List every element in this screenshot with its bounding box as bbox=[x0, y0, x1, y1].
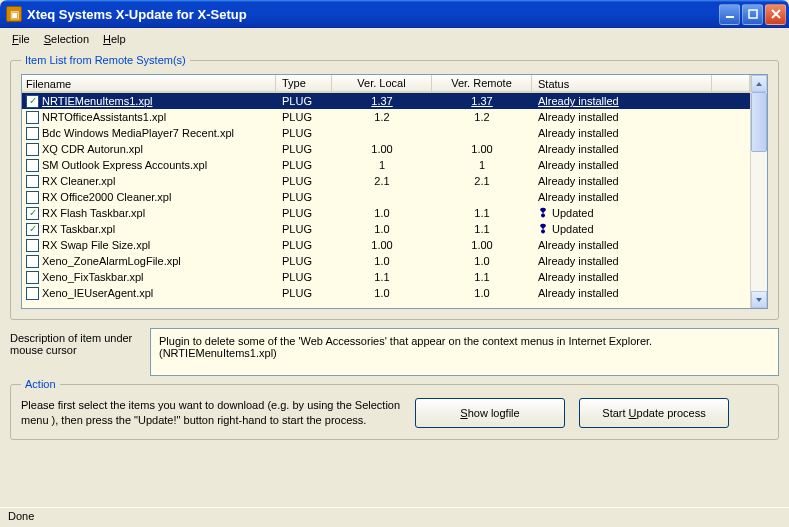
item-list-group: Item List from Remote System(s) Filename… bbox=[10, 54, 779, 320]
cell-type: PLUG bbox=[276, 111, 332, 123]
cell-ver-remote: 1.1 bbox=[432, 207, 532, 219]
cell-type: PLUG bbox=[276, 191, 332, 203]
row-checkbox[interactable] bbox=[26, 191, 39, 204]
cell-ver-remote: 1.1 bbox=[432, 271, 532, 283]
row-checkbox[interactable] bbox=[26, 255, 39, 268]
start-update-button[interactable]: Start Update process bbox=[579, 398, 729, 428]
cell-ver-remote: 1.0 bbox=[432, 255, 532, 267]
list-header: Filename Type Ver. Local Ver. Remote Sta… bbox=[22, 75, 750, 93]
menu-file[interactable]: File bbox=[6, 31, 36, 47]
table-row[interactable]: NRTOfficeAssistants1.xplPLUG1.21.2Alread… bbox=[22, 109, 750, 125]
action-group: Action Please first select the items you… bbox=[10, 378, 779, 440]
menu-selection[interactable]: Selection bbox=[38, 31, 95, 47]
cell-ver-remote: 1.2 bbox=[432, 111, 532, 123]
cell-filename: NRTOfficeAssistants1.xpl bbox=[22, 111, 276, 124]
cell-type: PLUG bbox=[276, 223, 332, 235]
table-row[interactable]: RX Cleaner.xplPLUG2.12.1Already installe… bbox=[22, 173, 750, 189]
column-header-filename[interactable]: Filename bbox=[22, 75, 276, 92]
row-checkbox[interactable]: ✓ bbox=[26, 207, 39, 220]
cell-ver-local: 1.0 bbox=[332, 223, 432, 235]
close-button[interactable] bbox=[765, 4, 786, 25]
cell-type: PLUG bbox=[276, 271, 332, 283]
scroll-up-button[interactable] bbox=[751, 75, 767, 92]
column-header-extra[interactable] bbox=[712, 75, 750, 92]
row-checkbox[interactable] bbox=[26, 159, 39, 172]
action-row: Please first select the items you want t… bbox=[21, 398, 768, 429]
column-header-status[interactable]: Status bbox=[532, 75, 712, 92]
show-logfile-button[interactable]: Show logfile bbox=[415, 398, 565, 428]
filename-label: XQ CDR Autorun.xpl bbox=[42, 143, 143, 155]
status-label: Already installed bbox=[538, 159, 619, 171]
start-update-rest: pdate process bbox=[637, 407, 706, 419]
status-label: Already installed bbox=[538, 111, 619, 123]
status-label: Updated bbox=[552, 207, 594, 219]
column-header-ver-remote[interactable]: Ver. Remote bbox=[432, 75, 532, 92]
cell-status: Already installed bbox=[532, 287, 692, 299]
row-checkbox[interactable] bbox=[26, 127, 39, 140]
cell-ver-local: 1.0 bbox=[332, 207, 432, 219]
filename-label: Xeno_IEUserAgent.xpl bbox=[42, 287, 153, 299]
column-header-type[interactable]: Type bbox=[276, 75, 332, 92]
status-label: Already installed bbox=[538, 143, 619, 155]
cell-type: PLUG bbox=[276, 175, 332, 187]
row-checkbox[interactable] bbox=[26, 143, 39, 156]
cell-filename: RX Swap File Size.xpl bbox=[22, 239, 276, 252]
row-checkbox[interactable] bbox=[26, 111, 39, 124]
cell-ver-local: 1.00 bbox=[332, 239, 432, 251]
column-header-ver-local[interactable]: Ver. Local bbox=[332, 75, 432, 92]
cell-ver-local: 2.1 bbox=[332, 175, 432, 187]
cell-ver-local: 1.2 bbox=[332, 111, 432, 123]
list-body: Filename Type Ver. Local Ver. Remote Sta… bbox=[22, 75, 750, 308]
table-row[interactable]: ✓RX Flash Taskbar.xplPLUG1.01.1❢Updated bbox=[22, 205, 750, 221]
cell-status: Already installed bbox=[532, 143, 692, 155]
maximize-button[interactable] bbox=[742, 4, 763, 25]
row-checkbox[interactable] bbox=[26, 175, 39, 188]
filename-label: SM Outlook Express Accounts.xpl bbox=[42, 159, 207, 171]
cell-ver-local: 1.00 bbox=[332, 143, 432, 155]
menu-selection-rest: election bbox=[51, 33, 89, 45]
filename-label: Xeno_FixTaskbar.xpl bbox=[42, 271, 144, 283]
cell-status: Already installed bbox=[532, 191, 692, 203]
cell-type: PLUG bbox=[276, 255, 332, 267]
status-label: Already installed bbox=[538, 255, 619, 267]
cell-status: Already installed bbox=[532, 271, 692, 283]
status-label: Already installed bbox=[538, 95, 619, 107]
filename-label: Xeno_ZoneAlarmLogFile.xpl bbox=[42, 255, 181, 267]
list-view[interactable]: Filename Type Ver. Local Ver. Remote Sta… bbox=[21, 74, 768, 309]
row-checkbox[interactable] bbox=[26, 287, 39, 300]
row-checkbox[interactable]: ✓ bbox=[26, 223, 39, 236]
table-row[interactable]: XQ CDR Autorun.xplPLUG1.001.00Already in… bbox=[22, 141, 750, 157]
cell-ver-remote: 1.1 bbox=[432, 223, 532, 235]
row-checkbox[interactable] bbox=[26, 239, 39, 252]
minimize-button[interactable] bbox=[719, 4, 740, 25]
row-checkbox[interactable] bbox=[26, 271, 39, 284]
table-row[interactable]: Xeno_FixTaskbar.xplPLUG1.11.1Already ins… bbox=[22, 269, 750, 285]
filename-label: NRTOfficeAssistants1.xpl bbox=[42, 111, 166, 123]
table-row[interactable]: ✓NRTIEMenuItems1.xplPLUG1.371.37Already … bbox=[22, 93, 750, 109]
cell-ver-local: 1 bbox=[332, 159, 432, 171]
scroll-down-button[interactable] bbox=[751, 291, 767, 308]
menu-help-rest: elp bbox=[111, 33, 126, 45]
table-row[interactable]: RX Swap File Size.xplPLUG1.001.00Already… bbox=[22, 237, 750, 253]
cell-filename: ✓NRTIEMenuItems1.xpl bbox=[22, 95, 276, 108]
menu-help[interactable]: Help bbox=[97, 31, 132, 47]
table-row[interactable]: Xeno_ZoneAlarmLogFile.xplPLUG1.01.0Alrea… bbox=[22, 253, 750, 269]
item-list-legend: Item List from Remote System(s) bbox=[21, 54, 190, 66]
cell-filename: ✓RX Taskbar.xpl bbox=[22, 223, 276, 236]
status-label: Already installed bbox=[538, 287, 619, 299]
cell-filename: Xeno_ZoneAlarmLogFile.xpl bbox=[22, 255, 276, 268]
filename-label: RX Office2000 Cleaner.xpl bbox=[42, 191, 171, 203]
scroll-thumb[interactable] bbox=[751, 92, 767, 152]
table-row[interactable]: Bdc Windows MediaPlayer7 Recent.xplPLUGA… bbox=[22, 125, 750, 141]
row-checkbox[interactable]: ✓ bbox=[26, 95, 39, 108]
table-row[interactable]: SM Outlook Express Accounts.xplPLUG11Alr… bbox=[22, 157, 750, 173]
exclaim-icon: ❢ bbox=[538, 223, 548, 235]
table-row[interactable]: RX Office2000 Cleaner.xplPLUGAlready ins… bbox=[22, 189, 750, 205]
cell-type: PLUG bbox=[276, 239, 332, 251]
table-row[interactable]: ✓RX Taskbar.xplPLUG1.01.1❢Updated bbox=[22, 221, 750, 237]
action-legend: Action bbox=[21, 378, 60, 390]
menu-file-rest: ile bbox=[19, 33, 30, 45]
scrollbar[interactable] bbox=[750, 75, 767, 308]
table-row[interactable]: Xeno_IEUserAgent.xplPLUG1.01.0Already in… bbox=[22, 285, 750, 301]
scroll-track[interactable] bbox=[751, 92, 767, 291]
